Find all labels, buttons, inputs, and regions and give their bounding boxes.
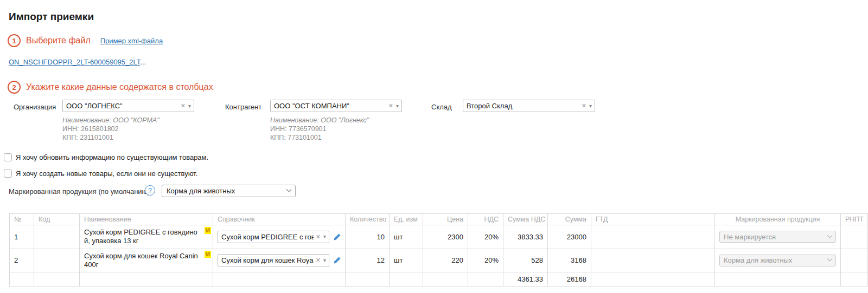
marked-default-label: Маркированная продукция (по умолчанию) bbox=[9, 187, 150, 196]
marked-badge: M bbox=[205, 227, 211, 234]
col-header-price: Цена bbox=[423, 214, 468, 225]
reference-value: Сухой корм для кошек Royal Canin bbox=[221, 256, 314, 264]
row-reference-cell: Сухой корм PEDIGREE с говядиной ✕ ▾ bbox=[213, 225, 346, 249]
counterparty-hint-name: Наименование: ООО "Логнекс" bbox=[270, 116, 369, 125]
marked-default-value: Корма для животных bbox=[167, 187, 235, 195]
marked-product-value: Корма для животных bbox=[724, 256, 792, 264]
row-name: Сухой корм PEDIGREE с говядиной, упаковк… bbox=[84, 228, 197, 245]
selected-file-link[interactable]: ON_NSCHFDOPPR_2LT-600059095_2LT bbox=[9, 58, 140, 66]
chevron-down-icon[interactable]: ▾ bbox=[188, 103, 191, 109]
row-unit: шт bbox=[390, 225, 423, 249]
step1-label[interactable]: Выберите файл bbox=[26, 36, 91, 45]
chevron-down-icon bbox=[827, 232, 833, 238]
selected-file-ellipsis: ... bbox=[140, 58, 146, 66]
row-price: 220 bbox=[423, 249, 468, 272]
row-num: 2 bbox=[10, 249, 34, 272]
row-vat: 20% bbox=[468, 225, 503, 249]
clear-icon[interactable]: ✕ bbox=[316, 233, 321, 240]
col-header-name: Наименование bbox=[80, 214, 213, 225]
row-unit: шт bbox=[390, 249, 423, 272]
chevron-down-icon[interactable]: ▾ bbox=[396, 103, 399, 109]
row-name-cell: Сухой корм PEDIGREE с говядиной, упаковк… bbox=[80, 225, 213, 249]
row-code bbox=[34, 225, 80, 249]
step2-number-icon: 2 bbox=[8, 81, 21, 94]
clear-icon[interactable]: ✕ bbox=[316, 257, 321, 264]
organization-hint-name: Наименование: ООО "КОРМА" bbox=[62, 116, 159, 125]
update-existing-checkbox[interactable] bbox=[4, 153, 12, 161]
chevron-down-icon[interactable]: ▾ bbox=[323, 258, 326, 263]
reference-combobox[interactable]: Сухой корм для кошек Royal Canin ✕ ▾ bbox=[218, 254, 329, 266]
clear-icon[interactable]: ✕ bbox=[388, 102, 393, 109]
row-vat: 20% bbox=[468, 249, 503, 272]
marked-product-select[interactable]: Корма для животных bbox=[719, 255, 836, 266]
warehouse-label: Склад bbox=[431, 103, 452, 111]
col-header-gtd: ГТД bbox=[591, 214, 715, 225]
counterparty-label: Контрагент bbox=[225, 103, 261, 111]
marked-product-select[interactable]: Не маркируется bbox=[719, 231, 836, 243]
col-header-num: № bbox=[10, 214, 34, 225]
counterparty-hint-kpp: КПП: 773101001 bbox=[270, 133, 369, 142]
step2-label: Укажите какие данные содержатся в столбц… bbox=[26, 82, 213, 92]
organization-hint-inn: ИНН: 2615801802 bbox=[62, 125, 159, 133]
edit-pencil-icon[interactable] bbox=[333, 233, 341, 241]
create-new-label: Я хочу создать новые товары, если они не… bbox=[16, 170, 197, 178]
clear-icon[interactable]: ✕ bbox=[582, 102, 586, 109]
marked-product-value: Не маркируется bbox=[724, 233, 776, 241]
chevron-down-icon bbox=[286, 187, 292, 192]
row-num: 1 bbox=[10, 225, 34, 249]
help-icon[interactable]: ? bbox=[145, 185, 155, 196]
col-header-qty: Количество bbox=[346, 214, 390, 225]
items-table: № Код Наименование Справочник Количество… bbox=[9, 213, 868, 287]
chevron-down-icon[interactable]: ▾ bbox=[589, 103, 592, 109]
col-header-vat: НДС bbox=[468, 214, 503, 225]
warehouse-combobox[interactable]: Второй Склад ✕ ▾ bbox=[463, 100, 595, 112]
reference-value: Сухой корм PEDIGREE с говядиной bbox=[221, 233, 314, 241]
sample-xml-link[interactable]: Пример xml-файла bbox=[100, 37, 163, 45]
row-vat-sum: 528 bbox=[503, 249, 548, 272]
create-new-checkbox[interactable] bbox=[4, 170, 12, 178]
clear-icon[interactable]: ✕ bbox=[181, 102, 186, 109]
table-row: 1 Сухой корм PEDIGREE с говядиной, упако… bbox=[10, 225, 868, 249]
col-header-vat-sum: Сумма НДС bbox=[503, 214, 548, 225]
row-sum: 23000 bbox=[548, 225, 591, 249]
organization-combobox[interactable]: ООО "ЛОГНЕКС" ✕ ▾ bbox=[62, 100, 194, 112]
row-marked-cell: Не маркируется bbox=[715, 225, 841, 249]
row-qty: 12 bbox=[346, 249, 390, 272]
totals-sum: 26168 bbox=[548, 272, 591, 287]
row-reference-cell: Сухой корм для кошек Royal Canin ✕ ▾ bbox=[213, 249, 346, 272]
marked-badge: M bbox=[205, 251, 211, 258]
organization-value: ООО "ЛОГНЕКС" bbox=[66, 102, 178, 110]
row-price: 2300 bbox=[423, 225, 468, 249]
row-rnpt bbox=[841, 225, 868, 249]
reference-combobox[interactable]: Сухой корм PEDIGREE с говядиной ✕ ▾ bbox=[218, 231, 329, 243]
warehouse-value: Второй Склад bbox=[467, 102, 579, 110]
step1-header: 1 Выберите файл Пример xml-файла bbox=[8, 34, 163, 47]
step1-number-icon: 1 bbox=[8, 34, 21, 47]
row-gtd bbox=[591, 249, 715, 272]
col-header-marked: Маркированная продукция bbox=[715, 214, 841, 225]
col-header-unit: Ед. изм bbox=[390, 214, 423, 225]
totals-row: 4361.33 26168 bbox=[10, 272, 868, 287]
row-marked-cell: Корма для животных bbox=[715, 249, 841, 272]
table-row: 2 Сухой корм для кошек Royal Canin 400г … bbox=[10, 249, 868, 272]
row-vat-sum: 3833.33 bbox=[503, 225, 548, 249]
organization-details: Наименование: ООО "КОРМА" ИНН: 261580180… bbox=[62, 116, 159, 142]
col-header-sum: Сумма bbox=[548, 214, 591, 225]
row-gtd bbox=[591, 225, 715, 249]
step2-header: 2 Укажите какие данные содержатся в стол… bbox=[8, 81, 213, 94]
page-title: Импорт приемки bbox=[9, 11, 94, 23]
col-header-rnpt: РНПТ bbox=[841, 214, 868, 225]
row-rnpt bbox=[841, 249, 868, 272]
row-name: Сухой корм для кошек Royal Canin 400г bbox=[84, 252, 198, 269]
row-qty: 10 bbox=[346, 225, 390, 249]
create-new-checkbox-row: Я хочу создать новые товары, если они не… bbox=[4, 170, 197, 178]
col-header-code: Код bbox=[34, 214, 80, 225]
marked-default-select[interactable]: Корма для животных bbox=[162, 185, 296, 197]
edit-pencil-icon[interactable] bbox=[333, 256, 341, 264]
table-header-row: № Код Наименование Справочник Количество… bbox=[10, 214, 868, 225]
totals-vat-sum: 4361.33 bbox=[503, 272, 548, 287]
chevron-down-icon[interactable]: ▾ bbox=[323, 234, 326, 239]
row-name-cell: Сухой корм для кошек Royal Canin 400г M bbox=[80, 249, 213, 272]
counterparty-combobox[interactable]: ООО "ОСТ КОМПАНИ" ✕ ▾ bbox=[270, 100, 402, 112]
update-existing-label: Я хочу обновить информацию по существующ… bbox=[16, 153, 208, 161]
